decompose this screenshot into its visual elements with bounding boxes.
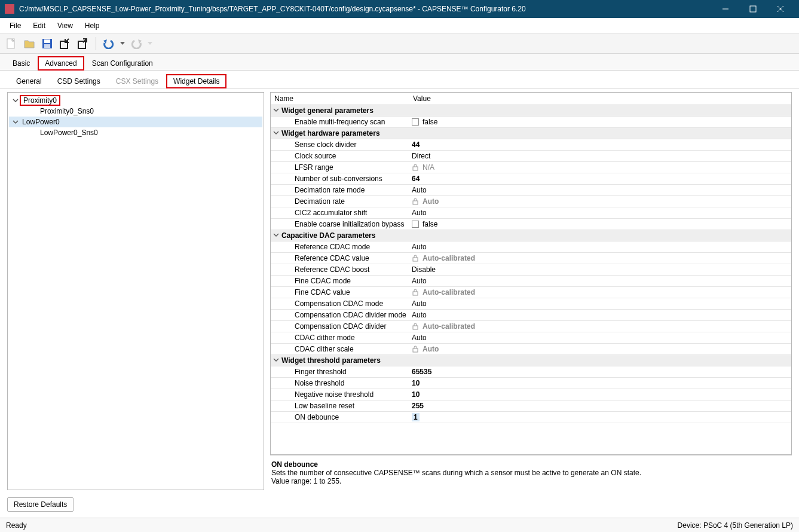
- tree-item-proximity0[interactable]: Proximity0: [9, 95, 262, 106]
- group-cdac[interactable]: Capacitive DAC parameters: [281, 231, 375, 240]
- param-ref-cdac-boost[interactable]: Reference CDAC boost: [271, 264, 409, 276]
- group-threshold[interactable]: Widget threshold parameters: [281, 356, 381, 365]
- undo-dropdown-icon[interactable]: [119, 36, 126, 51]
- chevron-down-icon[interactable]: [273, 356, 279, 365]
- tree-label-lowpower0: LowPower0: [20, 118, 62, 126]
- col-name[interactable]: Name: [271, 93, 409, 105]
- chevron-down-icon[interactable]: [11, 119, 20, 125]
- val-cic2-shift[interactable]: Auto: [409, 207, 791, 219]
- param-lfsr-range[interactable]: LFSR range: [271, 162, 409, 173]
- param-fine-cdac-mode[interactable]: Fine CDAC mode: [271, 276, 409, 287]
- val-neg-noise-threshold[interactable]: 10: [409, 389, 791, 400]
- undo-icon[interactable]: [101, 36, 117, 51]
- param-on-debounce[interactable]: ON debounce: [271, 412, 409, 423]
- lock-icon: [412, 323, 419, 330]
- import-icon[interactable]: [57, 36, 73, 51]
- val-noise-threshold[interactable]: 10: [409, 378, 791, 389]
- svg-rect-7: [44, 44, 50, 48]
- menu-bar: File Edit View Help: [0, 18, 799, 33]
- group-general[interactable]: Widget general parameters: [281, 106, 374, 115]
- val-decimation-mode[interactable]: Auto: [409, 185, 791, 196]
- tree-item-lowpower0[interactable]: LowPower0: [9, 117, 262, 127]
- property-grid: Name Value Widget general parameters Ena…: [270, 92, 792, 455]
- col-value[interactable]: Value: [409, 93, 791, 105]
- save-icon[interactable]: [39, 36, 55, 51]
- tree-item-proximity0-sns0[interactable]: Proximity0_Sns0: [9, 106, 262, 117]
- chevron-down-icon[interactable]: [273, 129, 279, 137]
- val-sub-conversions[interactable]: 64: [409, 173, 791, 185]
- new-icon[interactable]: [4, 36, 19, 51]
- status-ready: Ready: [6, 521, 27, 530]
- title-bar: C:/mtw/MSCLP_CAPSENSE_Low-Power_Proximit…: [0, 0, 799, 18]
- lock-icon: [412, 198, 419, 205]
- export-icon[interactable]: [75, 36, 91, 51]
- menu-view[interactable]: View: [51, 20, 79, 32]
- tree-item-lowpower0-sns0[interactable]: LowPower0_Sns0: [9, 127, 262, 138]
- param-fine-cdac-value[interactable]: Fine CDAC value: [271, 287, 409, 298]
- val-fine-cdac-mode[interactable]: Auto: [409, 276, 791, 287]
- menu-file[interactable]: File: [4, 20, 27, 32]
- val-fine-cdac-value: Auto-calibrated: [423, 288, 475, 296]
- param-multi-freq[interactable]: Enable multi-frequency scan: [271, 117, 409, 128]
- minimize-button[interactable]: [712, 0, 739, 18]
- param-finger-threshold[interactable]: Finger threshold: [271, 366, 409, 378]
- restore-defaults-button[interactable]: Restore Defaults: [7, 497, 74, 512]
- param-coarse-init-bypass[interactable]: Enable coarse initialization bypass: [271, 219, 409, 230]
- status-bar: Ready Device: PSoC 4 (5th Generation LP): [0, 518, 799, 532]
- subtab-widget-details[interactable]: Widget Details: [166, 74, 226, 88]
- menu-help[interactable]: Help: [79, 20, 106, 32]
- val-sense-clock-divider[interactable]: 44: [409, 139, 791, 151]
- chevron-down-icon[interactable]: [273, 106, 279, 115]
- chevron-down-icon[interactable]: [273, 231, 279, 240]
- menu-edit[interactable]: Edit: [27, 20, 51, 32]
- param-comp-cdac-divider[interactable]: Compensation CDAC divider: [271, 321, 409, 332]
- param-dither-scale[interactable]: CDAC dither scale: [271, 344, 409, 355]
- param-low-baseline-reset[interactable]: Low baseline reset: [271, 400, 409, 412]
- open-icon[interactable]: [22, 36, 37, 51]
- tab-scan-configuration[interactable]: Scan Configuration: [84, 56, 161, 71]
- subtab-csx-settings[interactable]: CSX Settings: [108, 74, 166, 88]
- redo-dropdown-icon[interactable]: [146, 36, 154, 51]
- param-decimation-rate[interactable]: Decimation rate: [271, 196, 409, 207]
- subtab-csd-settings[interactable]: CSD Settings: [50, 74, 108, 88]
- toolbar: [0, 33, 799, 54]
- param-sub-conversions[interactable]: Number of sub-conversions: [271, 173, 409, 185]
- param-noise-threshold[interactable]: Noise threshold: [271, 378, 409, 389]
- tree-label-lowpower0-sns0: LowPower0_Sns0: [38, 129, 100, 137]
- val-comp-cdac-div-mode[interactable]: Auto: [409, 310, 791, 321]
- val-ref-cdac-boost[interactable]: Disable: [409, 264, 791, 276]
- val-ref-cdac-value: Auto-calibrated: [423, 254, 475, 262]
- tree-label-proximity0-sns0: Proximity0_Sns0: [38, 107, 96, 115]
- val-comp-cdac-mode[interactable]: Auto: [409, 298, 791, 310]
- param-cic2-shift[interactable]: CIC2 accumulator shift: [271, 207, 409, 219]
- lock-icon: [412, 164, 419, 171]
- tab-basic[interactable]: Basic: [5, 56, 38, 71]
- param-ref-cdac-value[interactable]: Reference CDAC value: [271, 253, 409, 264]
- group-hardware[interactable]: Widget hardware parameters: [281, 129, 380, 137]
- val-low-baseline-reset[interactable]: 255: [409, 400, 791, 412]
- param-neg-noise-threshold[interactable]: Negative noise threshold: [271, 389, 409, 400]
- val-multi-freq: false: [423, 118, 437, 126]
- maximize-button[interactable]: [739, 0, 767, 18]
- param-clock-source[interactable]: Clock source: [271, 151, 409, 162]
- param-comp-cdac-div-mode[interactable]: Compensation CDAC divider mode: [271, 310, 409, 321]
- svg-rect-14: [413, 326, 418, 329]
- param-dither-mode[interactable]: CDAC dither mode: [271, 332, 409, 344]
- param-decimation-mode[interactable]: Decimation rate mode: [271, 185, 409, 196]
- param-ref-cdac-mode[interactable]: Reference CDAC mode: [271, 241, 409, 253]
- param-comp-cdac-mode[interactable]: Compensation CDAC mode: [271, 298, 409, 310]
- checkbox-icon[interactable]: [412, 118, 419, 126]
- chevron-down-icon[interactable]: [11, 97, 20, 103]
- lock-icon: [412, 289, 419, 296]
- redo-icon[interactable]: [128, 36, 144, 51]
- val-ref-cdac-mode[interactable]: Auto: [409, 241, 791, 253]
- tab-advanced[interactable]: Advanced: [38, 56, 84, 71]
- val-clock-source[interactable]: Direct: [409, 151, 791, 162]
- checkbox-icon[interactable]: [412, 221, 419, 228]
- val-dither-mode[interactable]: Auto: [409, 332, 791, 344]
- subtab-general[interactable]: General: [8, 74, 50, 88]
- svg-rect-13: [413, 292, 418, 295]
- param-sense-clock-divider[interactable]: Sense clock divider: [271, 139, 409, 151]
- val-finger-threshold[interactable]: 65535: [409, 366, 791, 378]
- close-button[interactable]: [767, 0, 794, 18]
